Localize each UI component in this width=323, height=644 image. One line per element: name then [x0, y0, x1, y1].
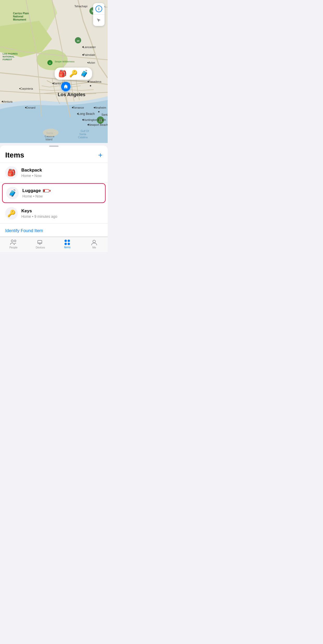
svg-text:Long Beach: Long Beach	[78, 112, 95, 116]
devices-icon	[37, 239, 44, 245]
svg-point-36	[88, 81, 89, 82]
items-list: 🎒 Backpack Home • Now 🧳 Luggage	[0, 163, 108, 224]
tab-items-label: Items	[64, 246, 70, 249]
svg-text:Island: Island	[46, 138, 53, 141]
map-item-cluster[interactable]: 🎒 🔑 🧳	[55, 68, 92, 80]
svg-text:Los Angeles: Los Angeles	[58, 92, 85, 97]
map-controls: i	[93, 3, 105, 26]
svg-text:Tehachapi: Tehachapi	[74, 5, 87, 8]
map-view: 58 14 73 Carrizo Plain National Monument…	[0, 0, 108, 143]
svg-text:Torrance: Torrance	[73, 106, 84, 109]
svg-point-43	[94, 107, 95, 108]
svg-text:Oxnard: Oxnard	[26, 106, 35, 109]
svg-text:Newport Beach: Newport Beach	[88, 123, 108, 126]
svg-text:Monument: Monument	[13, 18, 26, 21]
keys-name: Keys	[21, 208, 32, 214]
svg-rect-59	[38, 240, 42, 244]
keys-emoji-icon: 🔑	[7, 209, 16, 218]
tab-bar: People Devices Items	[0, 237, 108, 252]
luggage-info: Luggage Home • Now	[22, 188, 101, 198]
svg-text:Acton: Acton	[88, 61, 95, 64]
cluster-luggage-icon: 🧳	[80, 70, 88, 78]
tab-devices-label: Devices	[36, 246, 45, 249]
keys-info: Keys Home • 9 minutes ago	[21, 208, 102, 219]
backpack-icon-wrap: 🎒	[5, 166, 18, 179]
svg-text:Santa A...: Santa A...	[101, 113, 108, 116]
svg-point-58	[14, 240, 16, 242]
cluster-backpack-icon: 🎒	[58, 70, 67, 78]
location-arrow-icon	[96, 18, 101, 23]
svg-point-49	[88, 124, 89, 126]
low-battery-icon	[43, 189, 50, 192]
backpack-info: Backpack Home • Now	[21, 168, 102, 178]
svg-text:●: ●	[49, 62, 51, 64]
cluster-keys-icon: 🔑	[69, 70, 77, 78]
svg-text:Gulf Of: Gulf Of	[81, 130, 89, 133]
luggage-location: Home • Now	[22, 194, 101, 198]
svg-text:Pasadena: Pasadena	[88, 80, 101, 83]
svg-text:FOREST: FOREST	[3, 58, 12, 61]
svg-point-44	[98, 111, 100, 113]
svg-point-23	[82, 54, 84, 56]
svg-text:Carrizo Plain: Carrizo Plain	[13, 12, 29, 15]
people-icon	[10, 239, 17, 245]
identify-section: Identify Found Item	[0, 224, 108, 237]
me-icon	[91, 239, 98, 245]
svg-text:Santa: Santa	[79, 133, 86, 136]
items-dots-icon	[64, 240, 70, 245]
svg-point-39	[72, 107, 73, 108]
tab-people[interactable]: People	[0, 237, 27, 252]
svg-point-27	[19, 88, 20, 89]
svg-text:National: National	[13, 15, 23, 18]
info-circle-icon: i	[95, 5, 102, 12]
svg-text:LOS PADRES: LOS PADRES	[3, 52, 18, 55]
svg-text:Ventura: Ventura	[3, 100, 13, 103]
tab-people-label: People	[9, 246, 17, 249]
svg-text:14: 14	[77, 40, 79, 42]
keys-icon-wrap: 🔑	[5, 207, 18, 220]
svg-point-33	[25, 107, 27, 108]
keys-location: Home • 9 minutes ago	[21, 214, 102, 219]
item-row-backpack[interactable]: 🎒 Backpack Home • Now	[0, 163, 108, 183]
tab-devices[interactable]: Devices	[27, 237, 54, 252]
tab-me[interactable]: Me	[81, 237, 108, 252]
item-row-luggage[interactable]: 🧳 Luggage Home • Now	[2, 183, 106, 203]
map-home-pin[interactable]	[61, 82, 70, 91]
svg-point-63	[93, 240, 95, 243]
svg-point-47	[82, 119, 84, 121]
identify-found-item-link[interactable]: Identify Found Item	[5, 228, 43, 233]
luggage-icon-wrap: 🧳	[6, 187, 19, 199]
svg-text:Palmdale: Palmdale	[83, 53, 95, 56]
svg-point-57	[11, 240, 13, 242]
backpack-location: Home • Now	[21, 174, 102, 178]
svg-point-29	[53, 83, 54, 84]
svg-point-31	[2, 101, 3, 102]
info-button[interactable]: i	[93, 3, 105, 15]
svg-text:Lancaster: Lancaster	[83, 45, 96, 49]
items-title: Items	[5, 151, 24, 159]
location-button[interactable]	[93, 15, 105, 26]
backpack-name: Backpack	[21, 168, 42, 173]
svg-point-37	[90, 85, 91, 87]
add-item-button[interactable]: +	[98, 152, 102, 159]
item-row-keys[interactable]: 🔑 Keys Home • 9 minutes ago	[0, 203, 108, 224]
svg-text:Sespe Wilderness: Sespe Wilderness	[55, 60, 75, 63]
svg-text:Anaheim: Anaheim	[95, 106, 106, 109]
luggage-name: Luggage	[22, 188, 41, 193]
backpack-emoji-icon: 🎒	[7, 169, 16, 177]
tab-items[interactable]: Items	[54, 237, 81, 252]
svg-point-21	[82, 47, 84, 48]
svg-point-41	[77, 113, 79, 115]
bottom-sheet: Items + 🎒 Backpack Home • Now 🧳	[0, 146, 108, 252]
svg-point-56	[43, 129, 59, 136]
svg-text:Carpinteria: Carpinteria	[20, 87, 33, 90]
svg-text:Huntington Beach: Huntington Beach	[83, 118, 106, 121]
luggage-emoji-icon: 🧳	[8, 189, 17, 197]
tab-me-label: Me	[92, 246, 96, 249]
svg-text:Catalina: Catalina	[78, 136, 88, 139]
svg-point-25	[87, 62, 88, 63]
svg-text:NATIONAL: NATIONAL	[3, 55, 15, 58]
items-header: Items +	[0, 147, 108, 163]
